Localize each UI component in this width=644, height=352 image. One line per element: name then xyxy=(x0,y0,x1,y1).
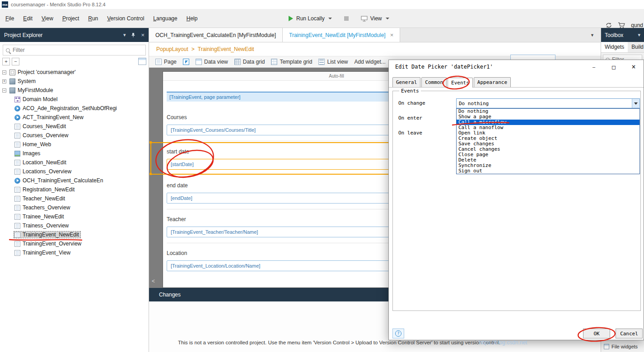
tree-item-myfirstmodule[interactable]: MyFirstModule xyxy=(0,86,149,95)
menu-project[interactable]: Project xyxy=(58,13,84,24)
tree-item-page[interactable]: Teacher_NewEdit xyxy=(0,194,149,203)
dialog-title: Edit Date Picker 'datePicker1' xyxy=(395,64,493,70)
menu-file[interactable]: File xyxy=(1,13,19,24)
menu-language[interactable]: Language xyxy=(149,13,182,24)
close-icon[interactable] xyxy=(624,60,644,74)
on-change-label: On change xyxy=(398,100,425,106)
menu-view[interactable]: View xyxy=(37,13,58,24)
option-synchronize[interactable]: Synchronize xyxy=(457,163,639,168)
close-panel-icon[interactable] xyxy=(141,32,145,38)
page-icon xyxy=(14,223,20,229)
tree-item-project[interactable]: Project 'coursemanager' xyxy=(0,68,149,77)
panel-menu-chevron-icon[interactable] xyxy=(638,32,640,37)
tab-list-chevron-icon[interactable] xyxy=(590,33,601,37)
tree-item-system[interactable]: System xyxy=(0,77,149,86)
images-icon xyxy=(14,151,20,157)
help-button[interactable] xyxy=(392,329,404,338)
menu-run[interactable]: Run xyxy=(84,13,103,24)
tree-item-page[interactable]: Courses_NewEdit xyxy=(0,122,149,131)
selection-handle[interactable] xyxy=(149,141,152,144)
data-grid-button[interactable]: Data grid xyxy=(232,57,268,67)
monitor-icon xyxy=(361,16,368,22)
tree-item-page[interactable]: Trainee_NewEdit xyxy=(0,212,149,221)
project-icon xyxy=(9,69,15,75)
data-grid-icon xyxy=(234,59,241,65)
tree-item-page[interactable]: Teachers_Overview xyxy=(0,203,149,212)
search-icon xyxy=(6,48,10,52)
page-icon xyxy=(14,205,20,211)
tree-item-images[interactable]: Images xyxy=(0,149,149,158)
tree-item-microflow[interactable]: ACO_Ade_Registration_SetNubOfRegi xyxy=(0,104,149,113)
tab-appearance[interactable]: Appearance xyxy=(474,77,511,87)
toolbox-tab-build[interactable]: Build xyxy=(628,42,644,52)
tab-trainingevent-newedit[interactable]: TrainingEvent_NewEdit [MyFirstModule] xyxy=(283,28,400,42)
file-widgets-icon xyxy=(604,344,609,349)
tree-item-domain-model[interactable]: Domain Model xyxy=(0,95,149,104)
tree-item-page[interactable]: Home_Web xyxy=(0,140,149,149)
tree-item-microflow[interactable]: OCH_TrainingEvent_CalculateEn xyxy=(0,176,149,185)
tab-common[interactable]: Common xyxy=(421,77,447,87)
tree-item-microflow[interactable]: ACT_TrainingEvent_New xyxy=(0,113,149,122)
expander-icon[interactable] xyxy=(2,88,6,93)
view-label: View xyxy=(370,15,382,22)
menu-edit[interactable]: Edit xyxy=(19,13,37,24)
page-icon xyxy=(14,250,20,256)
cancel-button[interactable]: Cancel xyxy=(616,329,643,338)
breadcrumb-trainingevent-newedit[interactable]: TrainingEvent_NewEdit xyxy=(198,46,254,52)
tree-item-page[interactable]: Locations_Overview xyxy=(0,167,149,176)
maximize-icon[interactable] xyxy=(604,60,624,74)
run-locally-button[interactable]: Run Locally xyxy=(285,12,336,25)
tree-item-page[interactable]: Courses_Overview xyxy=(0,131,149,140)
option-sign-out[interactable]: Sign out xyxy=(457,168,639,174)
page-icon xyxy=(14,133,20,139)
toolbox-section-file-widgets[interactable]: File widgets xyxy=(601,344,640,349)
tree-item-trainingevent-newedit[interactable]: TrainingEvent_NewEdit xyxy=(0,230,149,239)
menu-version-control[interactable]: Version Control xyxy=(103,13,149,24)
tree-item-page[interactable]: Registration_NewEdit xyxy=(0,185,149,194)
select-widget-button[interactable] xyxy=(180,57,192,67)
add-widget-button[interactable]: Add widget... xyxy=(351,57,388,67)
data-view-icon xyxy=(196,59,202,65)
on-change-dropdown[interactable]: Do nothing xyxy=(456,98,640,108)
option-close-page[interactable]: Close page xyxy=(457,152,639,157)
list-view-button[interactable]: List view xyxy=(316,57,350,67)
data-view-button[interactable]: Data view xyxy=(193,57,231,67)
expander-icon[interactable] xyxy=(2,79,6,83)
expand-all-icon[interactable] xyxy=(2,58,10,65)
menu-help[interactable]: Help xyxy=(182,13,202,24)
panel-menu-chevron-icon[interactable] xyxy=(123,32,126,37)
domain-model-icon xyxy=(14,97,20,102)
title-bar: mx coursemanager - Mendix Studio Pro 8.1… xyxy=(0,0,644,9)
pin-icon[interactable] xyxy=(131,32,135,37)
tree-item-page[interactable]: TrainingEvent_Overview xyxy=(0,239,149,248)
run-locally-label: Run Locally xyxy=(296,15,325,22)
page-properties-button[interactable]: Page xyxy=(153,57,179,67)
tab-events[interactable]: Events xyxy=(448,78,473,88)
collapse-all-icon[interactable] xyxy=(12,58,19,65)
tree-toolbar xyxy=(0,56,149,66)
selection-handle[interactable] xyxy=(149,173,152,175)
tree-item-page[interactable]: Trainess_Overview xyxy=(0,221,149,230)
page-icon xyxy=(14,142,20,148)
on-enter-label: On enter xyxy=(398,115,422,121)
expander-icon[interactable] xyxy=(2,70,6,74)
tree-item-page[interactable]: Location_NewEdit xyxy=(0,158,149,167)
locate-in-tree-icon[interactable] xyxy=(138,58,146,65)
scroll-left-hint[interactable] xyxy=(152,278,155,284)
tree-item-page[interactable]: TrainingEvent_View xyxy=(0,248,149,257)
chevron-down-icon xyxy=(328,18,332,19)
breadcrumb-popuplayout[interactable]: PopupLayout xyxy=(156,46,188,52)
user-name[interactable]: qund xyxy=(631,22,643,28)
stop-button[interactable] xyxy=(344,16,349,21)
tab-och-trainingevent-calculateen[interactable]: OCH_TrainingEvent_CalculateEn [MyFirstMo… xyxy=(149,28,283,42)
template-grid-button[interactable]: Template grid xyxy=(268,57,315,67)
microflow-icon xyxy=(14,106,20,111)
toolbox-tab-widgets[interactable]: Widgets xyxy=(601,42,628,52)
tab-general[interactable]: General xyxy=(392,77,420,87)
project-filter-input[interactable] xyxy=(13,47,143,53)
ok-button[interactable]: OK xyxy=(583,329,610,338)
minimize-icon[interactable] xyxy=(584,60,604,74)
view-button[interactable]: View xyxy=(357,12,393,25)
close-tab-icon[interactable] xyxy=(390,32,394,38)
dropdown-chevron-icon[interactable] xyxy=(632,99,639,108)
